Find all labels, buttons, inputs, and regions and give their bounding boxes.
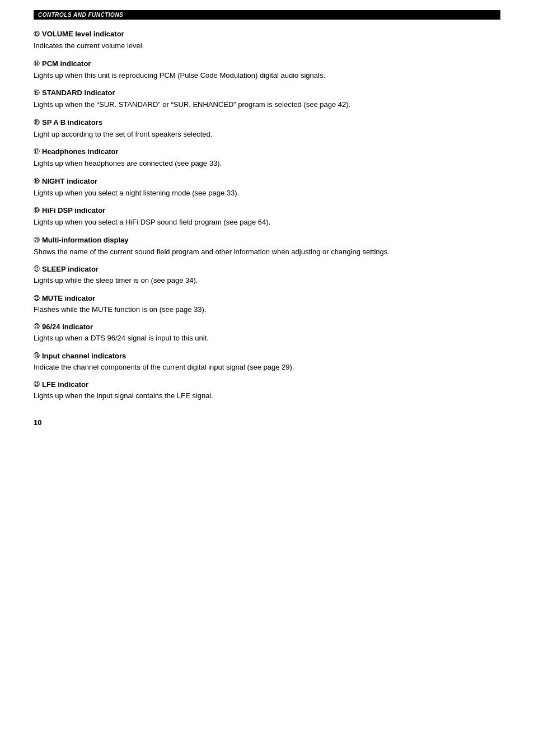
section-18-title: ⑱NIGHT indicator [34,177,500,186]
section-13-title: ⑬VOLUME level indicator [34,30,500,39]
section-19-title: ⑲HiFi DSP indicator [34,206,500,215]
section-22-title: ㉒MUTE indicator [34,294,500,302]
section-22-body: Flashes while the MUTE function is on (s… [34,304,500,315]
section-24-body: Indicate the channel components of the c… [34,362,500,373]
section-24: ㉔Input channel indicatorsIndicate the ch… [34,352,500,373]
section-20-title-text: Multi-information display [42,236,129,244]
section-19: ⑲HiFi DSP indicatorLights up when you se… [34,206,500,228]
sections-container: ⑬VOLUME level indicatorIndicates the cur… [34,30,500,402]
section-17-title-text: Headphones indicator [42,147,119,156]
section-21-body: Lights up while the sleep timer is on (s… [34,275,500,286]
section-22: ㉒MUTE indicatorFlashes while the MUTE fu… [34,294,500,315]
section-15-num: ⑮ [34,88,40,97]
section-18: ⑱NIGHT indicatorLights up when you selec… [34,177,500,199]
section-15-body: Lights up when the “SUR. STANDARD” or “S… [34,99,500,110]
section-25-body: Lights up when the input signal contains… [34,390,500,402]
section-23-title: ㉓96/24 indicator [34,323,500,331]
section-14-body: Lights up when this unit is reproducing … [34,70,500,81]
section-16-num: ⑯ [34,118,40,127]
section-25-title: ㉕LFE indicator [34,380,500,389]
section-16: ⑯SP A B indicatorsLight up according to … [34,118,500,140]
section-15-title-text: STANDARD indicator [42,88,115,97]
section-24-num: ㉔ [34,352,40,359]
section-14-num: ⑭ [34,59,40,68]
section-13-title-text: VOLUME level indicator [42,30,124,38]
section-15: ⑮STANDARD indicatorLights up when the “S… [34,88,500,110]
header-label: CONTROLS AND FUNCTIONS [38,12,123,18]
section-25-num: ㉕ [34,381,40,388]
section-18-title-text: NIGHT indicator [42,177,97,185]
section-23: ㉓96/24 indicatorLights up when a DTS 96/… [34,323,500,344]
page-number: 10 [34,418,500,427]
section-14-title: ⑭PCM indicator [34,59,500,68]
section-23-title-text: 96/24 indicator [42,323,93,331]
header-bar: CONTROLS AND FUNCTIONS [34,10,500,20]
section-13-body: Indicates the current volume level. [34,40,500,52]
section-18-num: ⑱ [34,177,40,185]
section-24-title: ㉔Input channel indicators [34,352,500,360]
section-13: ⑬VOLUME level indicatorIndicates the cur… [34,30,500,52]
section-17-title: ⑰Headphones indicator [34,147,500,156]
section-23-body: Lights up when a DTS 96/24 signal is inp… [34,333,500,344]
section-16-title-text: SP A B indicators [42,118,102,127]
section-19-title-text: HiFi DSP indicator [42,206,105,214]
section-22-num: ㉒ [34,295,40,301]
section-19-body: Lights up when you select a HiFi DSP sou… [34,217,500,228]
section-21-title: ㉑SLEEP indicator [34,265,500,273]
section-25: ㉕LFE indicatorLights up when the input s… [34,380,500,402]
section-21-title-text: SLEEP indicator [42,265,99,273]
section-21: ㉑SLEEP indicatorLights up while the slee… [34,265,500,286]
section-24-title-text: Input channel indicators [42,352,126,360]
section-23-num: ㉓ [34,323,40,330]
section-17-body: Lights up when headphones are connected … [34,158,500,169]
section-15-title: ⑮STANDARD indicator [34,88,500,97]
section-20-body: Shows the name of the current sound fiel… [34,246,500,258]
section-21-num: ㉑ [34,265,40,272]
section-22-title-text: MUTE indicator [42,294,95,302]
section-17-num: ⑰ [34,147,40,156]
section-18-body: Lights up when you select a night listen… [34,188,500,199]
section-20: ⑳Multi-information displayShows the name… [34,236,500,258]
section-19-num: ⑲ [34,206,40,214]
section-16-body: Light up according to the set of front s… [34,129,500,140]
section-25-title-text: LFE indicator [42,380,88,389]
page: CONTROLS AND FUNCTIONS ⑬VOLUME level ind… [0,0,534,756]
section-13-num: ⑬ [34,30,40,38]
section-16-title: ⑯SP A B indicators [34,118,500,127]
section-20-num: ⑳ [34,236,40,244]
section-14-title-text: PCM indicator [42,59,91,68]
section-20-title: ⑳Multi-information display [34,236,500,245]
section-17: ⑰Headphones indicatorLights up when head… [34,147,500,169]
section-14: ⑭PCM indicatorLights up when this unit i… [34,59,500,81]
